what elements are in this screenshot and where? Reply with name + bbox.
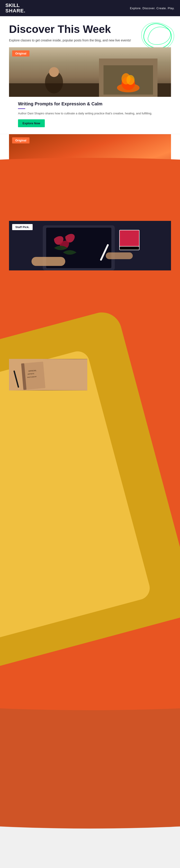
- card-2: Original Elevate a Comfort Food Classic …: [0, 134, 180, 221]
- svg-rect-21: [32, 257, 65, 266]
- hero-title: Discover This Week: [9, 23, 171, 35]
- original-badge-2: Original: [12, 137, 30, 144]
- svg-rect-20: [120, 247, 139, 250]
- svg-rect-22: [106, 252, 133, 259]
- card-2-thumbnail: Original: [9, 134, 171, 184]
- blog-card-1-image: OFFICIAL ARTISTS SKETCHBOOK: [9, 359, 87, 391]
- svg-rect-19: [120, 230, 139, 246]
- original-badge-1: Original: [12, 51, 30, 57]
- hero-subtitle: Explore classes to get creative inside, …: [9, 38, 171, 43]
- staff-pick-badge: Staff Pick.: [12, 224, 33, 230]
- card-3-thumbnail: Staff Pick.: [9, 221, 171, 271]
- svg-rect-24: [9, 359, 87, 390]
